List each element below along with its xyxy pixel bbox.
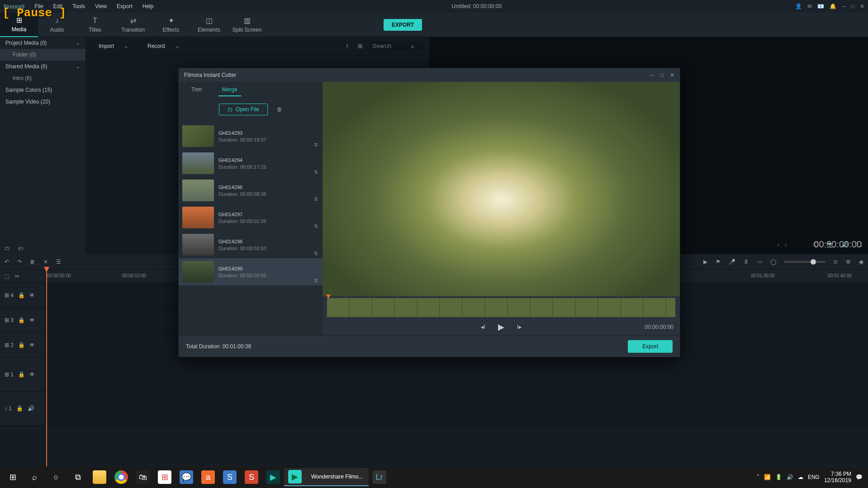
- clip-item[interactable]: GH014294Duration: 00:00:17:25⇅: [179, 150, 323, 177]
- mail-icon[interactable]: 📧: [817, 3, 824, 9]
- chrome-icon[interactable]: [110, 468, 132, 486]
- clip-item[interactable]: GH014299Duration: 00:00:09:55⇅: [179, 258, 323, 285]
- cursor-tool-icon[interactable]: ⬚: [5, 273, 9, 280]
- app-icon-4[interactable]: S: [219, 468, 241, 486]
- mixer-icon[interactable]: 🎚: [744, 259, 749, 265]
- lock-icon[interactable]: 🔒: [18, 317, 25, 323]
- speaker-icon[interactable]: 🔊: [28, 405, 34, 412]
- sidebar-item-folder[interactable]: Folder (0): [0, 49, 85, 61]
- tab-splitscreen[interactable]: ▥Split Screen: [228, 13, 266, 37]
- taskbar-clock[interactable]: 7:36 PM 12/16/2019: [824, 471, 851, 484]
- search-box[interactable]: ⌕: [369, 41, 423, 51]
- step-back-icon[interactable]: ◂Ⅰ: [481, 324, 485, 330]
- zoom-fit-icon[interactable]: ⊙: [833, 259, 838, 265]
- sidebar-item-project-media[interactable]: Project Media (0)⌄: [0, 37, 85, 49]
- explorer-icon[interactable]: [89, 468, 110, 486]
- grid-view-icon[interactable]: ⊞: [355, 43, 365, 49]
- cortana-icon[interactable]: ○: [45, 468, 67, 486]
- eye-icon[interactable]: 👁: [29, 371, 35, 378]
- sidebar-item-intro[interactable]: Intro (6): [0, 72, 85, 84]
- clip-item[interactable]: GH014296Duration: 00:00:08:38⇅: [179, 177, 323, 204]
- taskview-icon[interactable]: ⧉: [67, 468, 89, 486]
- gear-icon[interactable]: ⚙: [846, 259, 851, 265]
- record-dropdown[interactable]: Record: [141, 41, 171, 51]
- step-fwd-icon[interactable]: Ⅰ▸: [517, 324, 522, 330]
- tab-merge[interactable]: Merge: [218, 84, 241, 96]
- minimize-icon[interactable]: ─: [842, 3, 846, 9]
- modal-export-button[interactable]: Export: [628, 340, 673, 353]
- split-icon[interactable]: ✕: [43, 259, 48, 265]
- tray-chevron-icon[interactable]: ˄: [757, 474, 759, 480]
- open-folder-icon[interactable]: 🗁: [18, 245, 24, 251]
- tab-effects[interactable]: ✦Effects: [152, 13, 190, 37]
- menu-export[interactable]: Export: [112, 1, 137, 11]
- sort-icon[interactable]: ⇅: [314, 196, 318, 202]
- message-icon[interactable]: ✉: [807, 3, 812, 9]
- snapshot-icon[interactable]: 📷: [826, 242, 833, 248]
- import-dropdown[interactable]: Import: [92, 41, 120, 51]
- sort-icon[interactable]: ⇅: [314, 142, 318, 148]
- battery-icon[interactable]: 🔋: [775, 474, 782, 480]
- app-icon-2[interactable]: 💬: [175, 468, 197, 486]
- app-icon-3[interactable]: a: [197, 468, 219, 486]
- clip-item[interactable]: GH014298Duration: 00:00:03:53⇅: [179, 231, 323, 258]
- account-icon[interactable]: 👤: [795, 3, 802, 9]
- sort-icon[interactable]: ⇅: [314, 278, 318, 284]
- display-icon[interactable]: 🖵: [813, 242, 818, 248]
- sort-icon[interactable]: ⇅: [314, 251, 318, 256]
- filter-icon[interactable]: ⫯: [343, 43, 351, 49]
- tab-transition[interactable]: ⇄Transition: [114, 13, 152, 37]
- next-frame-icon[interactable]: ›: [785, 242, 787, 248]
- sidebar-item-sample-video[interactable]: Sample Video (20): [0, 96, 85, 108]
- search-input[interactable]: [372, 43, 408, 49]
- eye-icon[interactable]: 👁: [29, 317, 35, 323]
- store-icon[interactable]: 🛍: [132, 468, 154, 486]
- maximize-icon[interactable]: □: [851, 3, 854, 9]
- delete-icon[interactable]: 🗑: [30, 259, 35, 265]
- mic-icon[interactable]: 🎤: [729, 259, 735, 265]
- tab-elements[interactable]: ◫Elements: [190, 13, 228, 37]
- menu-view[interactable]: View: [90, 1, 111, 11]
- tray-volume-icon[interactable]: 🔊: [787, 474, 793, 480]
- modal-minimize-icon[interactable]: ─: [650, 72, 654, 78]
- modal-maximize-icon[interactable]: □: [660, 72, 664, 78]
- app-icon-5[interactable]: S: [241, 468, 262, 486]
- render-icon[interactable]: ▭: [757, 259, 762, 265]
- sort-icon[interactable]: ⇅: [314, 169, 318, 175]
- record-icon[interactable]: ◯: [770, 259, 776, 265]
- sort-icon[interactable]: ⇅: [314, 223, 318, 229]
- edit-icon[interactable]: ☰: [56, 259, 61, 265]
- close-icon[interactable]: ✕: [860, 3, 864, 9]
- lock-icon[interactable]: 🔒: [16, 405, 23, 412]
- wifi-icon[interactable]: 📶: [764, 474, 771, 480]
- new-folder-icon[interactable]: 🗀: [5, 245, 10, 251]
- prev-frame-icon[interactable]: ‹: [778, 242, 779, 248]
- marker-icon[interactable]: ▶: [703, 259, 707, 265]
- app-icon-1[interactable]: ⊞: [154, 468, 175, 486]
- menu-help[interactable]: Help: [138, 1, 158, 11]
- fullscreen-icon[interactable]: ⛶: [856, 242, 862, 248]
- onedrive-icon[interactable]: ☁: [798, 474, 803, 480]
- undo-icon[interactable]: ↶: [5, 259, 9, 265]
- filmora-taskbar-label[interactable]: Wondershare Filmo...: [306, 468, 369, 486]
- tab-trim[interactable]: Trim: [188, 84, 206, 96]
- tab-titles[interactable]: TTitles: [76, 13, 114, 37]
- track-body[interactable]: [45, 358, 868, 391]
- volume-icon[interactable]: 🔊: [841, 242, 848, 248]
- language-indicator[interactable]: ENG: [808, 474, 820, 480]
- track-body[interactable]: [45, 392, 868, 425]
- app-icon-6[interactable]: ▶: [262, 468, 284, 486]
- play-icon[interactable]: ▶: [498, 322, 504, 332]
- eye-icon[interactable]: 👁: [29, 292, 35, 298]
- notifications-icon[interactable]: 💬: [856, 474, 863, 480]
- export-button[interactable]: EXPORT: [384, 19, 422, 31]
- eye-icon[interactable]: 👁: [29, 342, 35, 348]
- trash-icon[interactable]: 🗑: [277, 106, 282, 113]
- filmstrip[interactable]: [323, 296, 680, 319]
- sidebar-item-sample-colors[interactable]: Sample Colors (15): [0, 84, 85, 96]
- lock-icon[interactable]: 🔒: [18, 371, 25, 378]
- cut-tool-icon[interactable]: ✂: [15, 273, 19, 280]
- settings-icon[interactable]: ◉: [859, 259, 863, 265]
- start-button[interactable]: ⊞: [2, 468, 24, 486]
- redo-icon[interactable]: ↷: [17, 259, 22, 265]
